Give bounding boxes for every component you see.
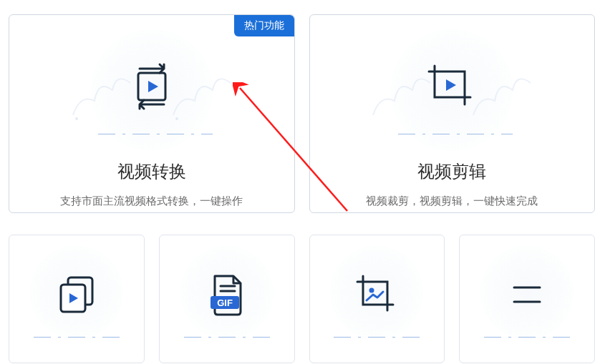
icon-underline <box>26 337 127 338</box>
card-description: 支持市面主流视频格式转换，一键操作 <box>60 195 243 208</box>
icon-underline <box>326 337 427 338</box>
card-description: 视频裁剪，视频剪辑，一键快速完成 <box>366 195 538 208</box>
svg-text:GIF: GIF <box>217 297 233 308</box>
hot-badge: 热门功能 <box>234 15 294 36</box>
svg-marker-4 <box>446 79 456 91</box>
card-small-more[interactable] <box>459 235 595 363</box>
svg-point-0 <box>75 117 78 120</box>
gif-file-icon: GIF <box>163 255 291 334</box>
card-small-video-files[interactable] <box>9 235 145 363</box>
icon-underline <box>391 134 513 134</box>
card-title: 视频剪辑 <box>417 160 486 183</box>
card-video-edit[interactable]: 视频剪辑 视频裁剪，视频剪辑，一键快速完成 <box>309 14 596 213</box>
convert-icon <box>87 44 216 129</box>
crop-play-icon <box>387 44 516 129</box>
svg-point-12 <box>369 288 374 293</box>
video-files-icon <box>12 255 141 334</box>
card-small-gif[interactable]: GIF <box>159 235 295 363</box>
icon-underline <box>91 134 213 134</box>
card-video-convert[interactable]: 热门功能 视频转换 支持市面主流视频格式转换，一键操作 <box>9 14 295 213</box>
image-crop-icon <box>312 255 441 334</box>
card-title: 视频转换 <box>117 160 186 183</box>
more-icon <box>463 255 591 334</box>
card-small-image-crop[interactable] <box>309 235 445 363</box>
svg-marker-3 <box>148 81 158 92</box>
icon-underline <box>177 337 277 338</box>
icon-underline <box>477 337 577 338</box>
